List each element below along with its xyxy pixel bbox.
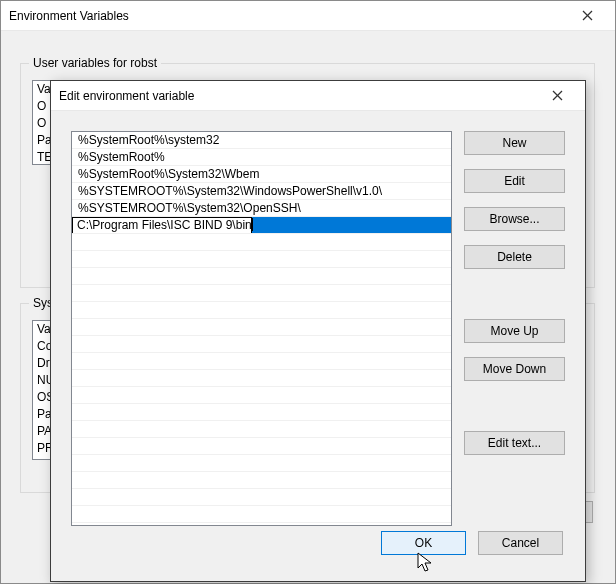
browse-button[interactable]: Browse... xyxy=(464,207,565,231)
cancel-button[interactable]: Cancel xyxy=(478,531,563,555)
path-entry[interactable] xyxy=(72,506,451,523)
path-entry[interactable]: %SYSTEMROOT%\System32\WindowsPowerShell\… xyxy=(72,183,451,200)
back-titlebar: Environment Variables xyxy=(1,1,615,31)
path-entry[interactable] xyxy=(72,336,451,353)
close-icon[interactable] xyxy=(537,82,577,110)
path-entry[interactable] xyxy=(72,455,451,472)
path-entry[interactable] xyxy=(72,251,451,268)
edit-text-button[interactable]: Edit text... xyxy=(464,431,565,455)
path-entry[interactable] xyxy=(72,353,451,370)
edit-button[interactable]: Edit xyxy=(464,169,565,193)
front-window-title: Edit environment variable xyxy=(59,89,194,103)
path-entry[interactable] xyxy=(72,302,451,319)
path-entry-input[interactable]: C:\Program Files\ISC BIND 9\bin xyxy=(72,217,252,234)
path-entry[interactable] xyxy=(72,387,451,404)
move-up-button[interactable]: Move Up xyxy=(464,319,565,343)
back-window-title: Environment Variables xyxy=(9,9,129,23)
user-variables-legend: User variables for robst xyxy=(29,56,161,70)
path-entry-editing[interactable]: C:\Program Files\ISC BIND 9\bin xyxy=(72,217,451,234)
path-entry[interactable] xyxy=(72,268,451,285)
path-entry[interactable]: %SYSTEMROOT%\System32\OpenSSH\ xyxy=(72,200,451,217)
path-entry[interactable] xyxy=(72,234,451,251)
path-entry[interactable] xyxy=(72,404,451,421)
path-entry[interactable] xyxy=(72,285,451,302)
path-entry[interactable] xyxy=(72,319,451,336)
new-button[interactable]: New xyxy=(464,131,565,155)
path-entry[interactable] xyxy=(72,421,451,438)
path-entry[interactable]: %SystemRoot%\System32\Wbem xyxy=(72,166,451,183)
path-entry-input-text: C:\Program Files\ISC BIND 9\bin xyxy=(77,218,252,232)
path-entry[interactable] xyxy=(72,472,451,489)
path-entry[interactable] xyxy=(72,370,451,387)
ok-button[interactable]: OK xyxy=(381,531,466,555)
front-titlebar: Edit environment variable xyxy=(51,81,585,111)
move-down-button[interactable]: Move Down xyxy=(464,357,565,381)
path-entry[interactable] xyxy=(72,489,451,506)
side-button-column: New Edit Browse... Delete Move Up Move D… xyxy=(464,131,565,469)
dialog-bottom-buttons: OK Cancel xyxy=(51,531,585,569)
path-entry[interactable]: %SystemRoot%\system32 xyxy=(72,132,451,149)
path-entry[interactable] xyxy=(72,438,451,455)
path-entry[interactable]: %SystemRoot% xyxy=(72,149,451,166)
delete-button[interactable]: Delete xyxy=(464,245,565,269)
close-icon[interactable] xyxy=(567,2,607,30)
text-caret xyxy=(252,218,253,231)
edit-environment-variable-dialog: Edit environment variable %SystemRoot%\s… xyxy=(50,80,586,582)
path-entries-list[interactable]: %SystemRoot%\system32 %SystemRoot% %Syst… xyxy=(71,131,452,526)
